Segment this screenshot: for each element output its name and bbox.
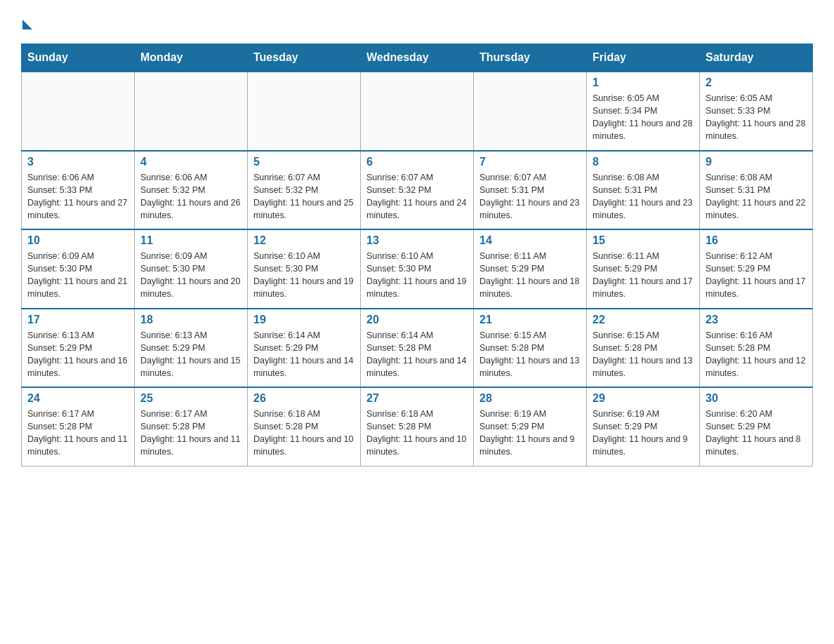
calendar-cell: 20Sunrise: 6:14 AMSunset: 5:28 PMDayligh… (361, 309, 474, 388)
calendar-cell (22, 72, 135, 151)
day-info: Sunrise: 6:09 AMSunset: 5:30 PMDaylight:… (140, 250, 241, 301)
day-number: 23 (706, 314, 807, 326)
day-info: Sunrise: 6:15 AMSunset: 5:28 PMDaylight:… (479, 329, 581, 380)
day-info: Sunrise: 6:18 AMSunset: 5:28 PMDaylight:… (253, 408, 355, 459)
day-number: 12 (253, 234, 355, 247)
day-number: 13 (366, 234, 468, 247)
day-info: Sunrise: 6:10 AMSunset: 5:30 PMDaylight:… (253, 250, 355, 301)
day-info: Sunrise: 6:19 AMSunset: 5:29 PMDaylight:… (479, 408, 581, 459)
day-info: Sunrise: 6:19 AMSunset: 5:29 PMDaylight:… (593, 408, 694, 459)
calendar-cell: 8Sunrise: 6:08 AMSunset: 5:31 PMDaylight… (587, 151, 700, 230)
day-info: Sunrise: 6:10 AMSunset: 5:30 PMDaylight:… (366, 250, 468, 301)
weekday-header-wednesday: Wednesday (361, 44, 474, 72)
calendar-cell: 19Sunrise: 6:14 AMSunset: 5:29 PMDayligh… (248, 309, 361, 388)
day-info: Sunrise: 6:05 AMSunset: 5:34 PMDaylight:… (593, 92, 694, 143)
day-number: 24 (27, 392, 128, 405)
calendar-cell: 1Sunrise: 6:05 AMSunset: 5:34 PMDaylight… (587, 72, 700, 151)
day-number: 15 (593, 234, 694, 247)
day-info: Sunrise: 6:06 AMSunset: 5:33 PMDaylight:… (27, 171, 128, 222)
calendar-cell: 23Sunrise: 6:16 AMSunset: 5:28 PMDayligh… (700, 309, 813, 388)
day-info: Sunrise: 6:07 AMSunset: 5:32 PMDaylight:… (366, 171, 468, 222)
day-number: 18 (140, 314, 241, 326)
day-number: 16 (706, 234, 807, 247)
calendar-cell: 6Sunrise: 6:07 AMSunset: 5:32 PMDaylight… (361, 151, 474, 230)
calendar-cell: 26Sunrise: 6:18 AMSunset: 5:28 PMDayligh… (248, 387, 361, 466)
day-info: Sunrise: 6:17 AMSunset: 5:28 PMDaylight:… (140, 408, 241, 459)
calendar-cell: 10Sunrise: 6:09 AMSunset: 5:30 PMDayligh… (22, 229, 135, 309)
day-info: Sunrise: 6:14 AMSunset: 5:28 PMDaylight:… (366, 329, 468, 380)
day-number: 28 (479, 392, 581, 405)
day-info: Sunrise: 6:06 AMSunset: 5:32 PMDaylight:… (140, 171, 241, 222)
calendar-cell (361, 72, 474, 151)
calendar-cell: 2Sunrise: 6:05 AMSunset: 5:33 PMDaylight… (700, 72, 813, 151)
weekday-header-saturday: Saturday (700, 44, 813, 72)
weekday-header-monday: Monday (135, 44, 248, 72)
calendar-cell: 15Sunrise: 6:11 AMSunset: 5:29 PMDayligh… (587, 229, 700, 309)
calendar-cell: 14Sunrise: 6:11 AMSunset: 5:29 PMDayligh… (474, 229, 587, 309)
day-info: Sunrise: 6:14 AMSunset: 5:29 PMDaylight:… (253, 329, 355, 380)
calendar-cell: 5Sunrise: 6:07 AMSunset: 5:32 PMDaylight… (248, 151, 361, 230)
calendar-cell (248, 72, 361, 151)
calendar-cell: 7Sunrise: 6:07 AMSunset: 5:31 PMDaylight… (474, 151, 587, 230)
weekday-header-friday: Friday (587, 44, 700, 72)
calendar-cell: 13Sunrise: 6:10 AMSunset: 5:30 PMDayligh… (361, 229, 474, 309)
calendar-cell: 30Sunrise: 6:20 AMSunset: 5:29 PMDayligh… (700, 387, 813, 466)
calendar-cell: 11Sunrise: 6:09 AMSunset: 5:30 PMDayligh… (135, 229, 248, 309)
week-row-1: 1Sunrise: 6:05 AMSunset: 5:34 PMDaylight… (22, 72, 813, 151)
calendar-cell: 22Sunrise: 6:15 AMSunset: 5:28 PMDayligh… (587, 309, 700, 388)
calendar-cell: 4Sunrise: 6:06 AMSunset: 5:32 PMDaylight… (135, 151, 248, 230)
day-info: Sunrise: 6:16 AMSunset: 5:28 PMDaylight:… (706, 329, 807, 380)
day-info: Sunrise: 6:07 AMSunset: 5:32 PMDaylight:… (253, 171, 355, 222)
day-number: 2 (706, 76, 807, 89)
day-number: 4 (140, 156, 241, 168)
calendar-cell: 27Sunrise: 6:18 AMSunset: 5:28 PMDayligh… (361, 387, 474, 466)
day-number: 7 (479, 156, 581, 168)
logo-triangle-icon (22, 20, 32, 29)
day-info: Sunrise: 6:05 AMSunset: 5:33 PMDaylight:… (706, 92, 807, 143)
day-info: Sunrise: 6:13 AMSunset: 5:29 PMDaylight:… (140, 329, 241, 380)
day-number: 10 (27, 234, 128, 247)
day-number: 22 (593, 314, 694, 326)
calendar-cell: 25Sunrise: 6:17 AMSunset: 5:28 PMDayligh… (135, 387, 248, 466)
logo (21, 14, 32, 29)
calendar-cell (474, 72, 587, 151)
day-info: Sunrise: 6:08 AMSunset: 5:31 PMDaylight:… (706, 171, 807, 222)
calendar-cell: 29Sunrise: 6:19 AMSunset: 5:29 PMDayligh… (587, 387, 700, 466)
day-number: 6 (366, 156, 468, 168)
day-number: 11 (140, 234, 241, 247)
calendar-cell (135, 72, 248, 151)
day-number: 3 (27, 156, 128, 168)
day-info: Sunrise: 6:17 AMSunset: 5:28 PMDaylight:… (27, 408, 128, 459)
week-row-5: 24Sunrise: 6:17 AMSunset: 5:28 PMDayligh… (22, 387, 813, 466)
calendar-cell: 21Sunrise: 6:15 AMSunset: 5:28 PMDayligh… (474, 309, 587, 388)
calendar-cell: 9Sunrise: 6:08 AMSunset: 5:31 PMDaylight… (700, 151, 813, 230)
day-info: Sunrise: 6:15 AMSunset: 5:28 PMDaylight:… (593, 329, 694, 380)
day-info: Sunrise: 6:11 AMSunset: 5:29 PMDaylight:… (593, 250, 694, 301)
day-info: Sunrise: 6:13 AMSunset: 5:29 PMDaylight:… (27, 329, 128, 380)
calendar-cell: 12Sunrise: 6:10 AMSunset: 5:30 PMDayligh… (248, 229, 361, 309)
calendar-cell: 16Sunrise: 6:12 AMSunset: 5:29 PMDayligh… (700, 229, 813, 309)
day-info: Sunrise: 6:11 AMSunset: 5:29 PMDaylight:… (479, 250, 581, 301)
calendar-cell: 28Sunrise: 6:19 AMSunset: 5:29 PMDayligh… (474, 387, 587, 466)
weekday-header-sunday: Sunday (22, 44, 135, 72)
week-row-2: 3Sunrise: 6:06 AMSunset: 5:33 PMDaylight… (22, 151, 813, 230)
day-number: 26 (253, 392, 355, 405)
weekday-header-row: SundayMondayTuesdayWednesdayThursdayFrid… (22, 44, 813, 72)
day-number: 8 (593, 156, 694, 168)
day-number: 14 (479, 234, 581, 247)
weekday-header-thursday: Thursday (474, 44, 587, 72)
calendar-cell: 24Sunrise: 6:17 AMSunset: 5:28 PMDayligh… (22, 387, 135, 466)
week-row-3: 10Sunrise: 6:09 AMSunset: 5:30 PMDayligh… (22, 229, 813, 309)
day-number: 21 (479, 314, 581, 326)
day-info: Sunrise: 6:20 AMSunset: 5:29 PMDaylight:… (706, 408, 807, 459)
calendar-table: SundayMondayTuesdayWednesdayThursdayFrid… (21, 43, 813, 467)
day-number: 30 (706, 392, 807, 405)
day-number: 27 (366, 392, 468, 405)
day-number: 20 (366, 314, 468, 326)
day-number: 29 (593, 392, 694, 405)
day-number: 17 (27, 314, 128, 326)
day-info: Sunrise: 6:08 AMSunset: 5:31 PMDaylight:… (593, 171, 694, 222)
day-info: Sunrise: 6:07 AMSunset: 5:31 PMDaylight:… (479, 171, 581, 222)
day-number: 25 (140, 392, 241, 405)
day-info: Sunrise: 6:09 AMSunset: 5:30 PMDaylight:… (27, 250, 128, 301)
